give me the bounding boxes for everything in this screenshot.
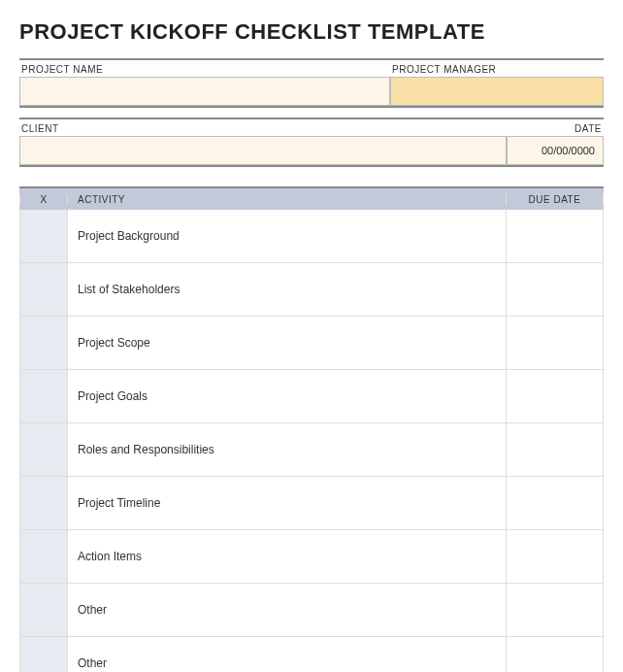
activity-cell[interactable]: Roles and Responsibilities <box>68 423 507 477</box>
table-row: Other <box>19 637 604 672</box>
checkbox-cell[interactable] <box>19 210 68 263</box>
table-row: Action Items <box>19 530 604 584</box>
client-field[interactable] <box>19 136 507 165</box>
project-name-field[interactable] <box>19 77 390 106</box>
checkbox-cell[interactable] <box>19 477 68 530</box>
project-manager-label: PROJECT MANAGER <box>390 60 604 77</box>
activity-cell[interactable]: Project Goals <box>68 370 507 423</box>
due-date-cell[interactable] <box>507 530 604 584</box>
table-row: Project Background <box>19 210 604 263</box>
project-name-label: PROJECT NAME <box>19 60 390 77</box>
activity-cell[interactable]: List of Stakeholders <box>68 263 507 317</box>
table-row: List of Stakeholders <box>19 263 604 317</box>
due-date-cell[interactable] <box>507 584 604 637</box>
due-date-cell[interactable] <box>507 423 604 477</box>
checklist-header-row: X ACTIVITY DUE DATE <box>19 188 604 210</box>
activity-cell[interactable]: Other <box>68 584 507 637</box>
due-date-cell[interactable] <box>507 477 604 530</box>
checkbox-cell[interactable] <box>19 530 68 584</box>
activity-cell[interactable]: Other <box>68 637 507 672</box>
page-title: PROJECT KICKOFF CHECKLIST TEMPLATE <box>19 19 604 45</box>
due-date-cell[interactable] <box>507 370 604 423</box>
activity-cell[interactable]: Project Timeline <box>68 477 507 530</box>
checkbox-cell[interactable] <box>19 370 68 423</box>
project-manager-field[interactable] <box>390 77 604 106</box>
client-date-block: CLIENT DATE 00/00/0000 <box>19 118 604 167</box>
checkbox-cell[interactable] <box>19 317 68 370</box>
activity-cell[interactable]: Action Items <box>68 530 507 584</box>
date-field[interactable]: 00/00/0000 <box>507 136 604 165</box>
table-row: Project Scope <box>19 317 604 370</box>
table-row: Other <box>19 584 604 637</box>
header-due: DUE DATE <box>507 194 604 205</box>
activity-cell[interactable]: Project Background <box>68 210 507 263</box>
activity-cell[interactable]: Project Scope <box>68 317 507 370</box>
checkbox-cell[interactable] <box>19 423 68 477</box>
table-row: Project Goals <box>19 370 604 423</box>
header-x: X <box>19 194 68 205</box>
checklist-table: X ACTIVITY DUE DATE Project BackgroundLi… <box>19 186 604 672</box>
due-date-cell[interactable] <box>507 317 604 370</box>
checkbox-cell[interactable] <box>19 263 68 317</box>
date-label: DATE <box>507 119 604 136</box>
project-info-block: PROJECT NAME PROJECT MANAGER <box>19 58 604 108</box>
checkbox-cell[interactable] <box>19 637 68 672</box>
header-activity: ACTIVITY <box>68 194 507 205</box>
due-date-cell[interactable] <box>507 210 604 263</box>
due-date-cell[interactable] <box>507 637 604 672</box>
due-date-cell[interactable] <box>507 263 604 317</box>
table-row: Roles and Responsibilities <box>19 423 604 477</box>
checkbox-cell[interactable] <box>19 584 68 637</box>
client-label: CLIENT <box>19 119 507 136</box>
table-row: Project Timeline <box>19 477 604 530</box>
